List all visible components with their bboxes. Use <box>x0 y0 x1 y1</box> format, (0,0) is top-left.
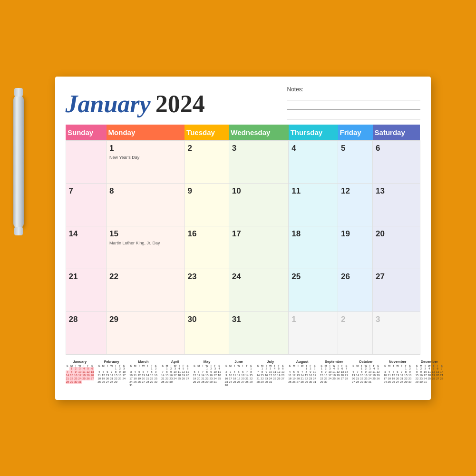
day-cell-overflow: 1 <box>289 311 338 354</box>
mini-cal-table: SMTWTFS 123456 78910111213 1415161718192… <box>161 364 190 384</box>
day-cell: 26 <box>338 269 373 311</box>
mini-cal-table: SMTWTFS 1 2345678 9101112131415 16171819… <box>224 364 253 387</box>
day-cell: 25 <box>289 269 338 311</box>
header-friday: Friday <box>338 125 373 141</box>
day-cell: 28 <box>66 311 107 354</box>
day-cell: 1 New Year's Day <box>107 140 185 183</box>
day-cell: 17 <box>229 226 288 269</box>
notes-section: Notes: <box>287 86 420 121</box>
day-cell: 9 <box>185 183 229 226</box>
day-cell: 11 <box>289 183 338 226</box>
day-cell: 21 <box>66 269 107 311</box>
week-row-4: 21 22 23 24 25 26 27 <box>66 269 420 311</box>
day-cell: 22 <box>107 269 185 311</box>
day-cell: 5 <box>338 140 373 183</box>
notes-label: Notes: <box>287 86 304 93</box>
mini-month-name: September <box>320 359 349 364</box>
day-cell: 20 <box>373 226 420 269</box>
day-cell: 4 <box>289 140 338 183</box>
fridge-handle <box>13 95 24 228</box>
header-thursday: Thursday <box>289 125 338 141</box>
day-cell-overflow: 3 <box>373 311 420 354</box>
day-cell: 15 Martin Luther King, Jr. Day <box>107 226 185 269</box>
mini-month-name: December <box>415 359 444 364</box>
day-cell: 14 <box>66 226 107 269</box>
year-name: 2024 <box>155 90 205 118</box>
mini-month-name: February <box>97 359 126 364</box>
mini-month-name: May <box>193 359 222 364</box>
day-cell: 30 <box>185 311 229 354</box>
header-monday: Monday <box>107 125 185 141</box>
mini-cal-table: SMTWTFS 1234567 891011121314 15161718192… <box>320 364 349 384</box>
mini-cal-table: SMTWTFS 123456 78910111213 1415161718192… <box>66 364 95 384</box>
mini-month-name: April <box>161 359 190 364</box>
holiday-text: Martin Luther King, Jr. Day <box>109 241 182 246</box>
mini-month-may: May SMTWTFS 1234 567891011 1213141516171… <box>193 359 222 387</box>
mini-cal-table: SMTWTFS 12 3456789 10111213141516 171819… <box>383 364 412 384</box>
mini-cal-table: SMTWTFS 123 45678910 11121314151617 1819… <box>288 364 317 384</box>
mini-cal-table: SMTWTFS 1234567 891011121314 15161718192… <box>415 364 444 384</box>
header-wednesday: Wednesday <box>229 125 288 141</box>
mini-month-jun: June SMTWTFS 1 2345678 9101112131415 161… <box>224 359 253 387</box>
header-saturday: Saturday <box>373 125 420 141</box>
mini-month-jul: July SMTWTFS 123456 78910111213 14151617… <box>256 359 285 387</box>
day-cell: 31 <box>229 311 288 354</box>
day-cell: 7 <box>66 183 107 226</box>
day-cell: 3 <box>229 140 288 183</box>
day-cell: 24 <box>229 269 288 311</box>
calendar-paper: Notes: January 2024 Sunday Monday Tuesda… <box>55 77 431 400</box>
day-cell: 10 <box>229 183 288 226</box>
mini-calendars-section: January SMTWTFS 123456 78910111213 14151… <box>66 359 420 387</box>
day-cell: 23 <box>185 269 229 311</box>
day-cell: 6 <box>373 140 420 183</box>
week-row-1: 1 New Year's Day 2 3 4 5 6 <box>66 140 420 183</box>
mini-cal-table: SMTWTFS 12 3456789 10111213141516 171819… <box>129 364 158 387</box>
day-cell: 18 <box>289 226 338 269</box>
mini-month-dec: December SMTWTFS 1234567 891011121314 15… <box>415 359 444 387</box>
mini-month-oct: October SMTWTFS 12345 6789101112 1314151… <box>351 359 380 387</box>
day-cell: 2 <box>185 140 229 183</box>
mini-month-name: June <box>224 359 253 364</box>
day-cell-overflow: 2 <box>338 311 373 354</box>
mini-month-name: October <box>351 359 380 364</box>
mini-month-name: January <box>66 359 95 364</box>
month-name: January <box>66 90 151 118</box>
notes-line-1 <box>287 93 420 100</box>
day-cell: 16 <box>185 226 229 269</box>
mini-month-jan: January SMTWTFS 123456 78910111213 14151… <box>66 359 95 387</box>
mini-month-name: November <box>383 359 412 364</box>
mini-month-name: August <box>288 359 317 364</box>
notes-line-3 <box>287 112 420 119</box>
notes-line-2 <box>287 102 420 110</box>
day-cell: 8 <box>107 183 185 226</box>
mini-cal-table: SMTWTFS 1234 567891011 12131415161718 19… <box>193 364 222 384</box>
mini-month-mar: March SMTWTFS 12 3456789 10111213141516 … <box>129 359 158 387</box>
header-sunday: Sunday <box>66 125 107 141</box>
mini-month-nov: November SMTWTFS 12 3456789 101112131415… <box>383 359 412 387</box>
day-cell: 13 <box>373 183 420 226</box>
day-cell: 12 <box>338 183 373 226</box>
day-cell <box>66 140 107 183</box>
week-row-2: 7 8 9 10 11 12 13 <box>66 183 420 226</box>
day-cell: 29 <box>107 311 185 354</box>
mini-month-aug: August SMTWTFS 123 45678910 111213141516… <box>288 359 317 387</box>
week-row-5: 28 29 30 31 1 2 3 <box>66 311 420 354</box>
mini-cal-table: SMTWTFS 12345 6789101112 13141516171819 … <box>351 364 380 384</box>
mini-month-apr: April SMTWTFS 123456 78910111213 1415161… <box>161 359 190 387</box>
calendar-grid: Sunday Monday Tuesday Wednesday Thursday… <box>66 125 420 355</box>
mini-month-name: July <box>256 359 285 364</box>
day-cell: 27 <box>373 269 420 311</box>
week-row-3: 14 15 Martin Luther King, Jr. Day 16 17 … <box>66 226 420 269</box>
header-tuesday: Tuesday <box>185 125 229 141</box>
mini-cal-table: SMTWTFS 123456 78910111213 1415161718192… <box>256 364 285 384</box>
day-cell: 19 <box>338 226 373 269</box>
mini-month-feb: February SMTWTFS 123 45678910 1112131415… <box>97 359 126 387</box>
mini-month-sep: September SMTWTFS 1234567 891011121314 1… <box>320 359 349 387</box>
mini-month-name: March <box>129 359 158 364</box>
mini-cal-table: SMTWTFS 123 45678910 11121314151617 1819… <box>97 364 126 384</box>
holiday-text: New Year's Day <box>109 155 182 160</box>
